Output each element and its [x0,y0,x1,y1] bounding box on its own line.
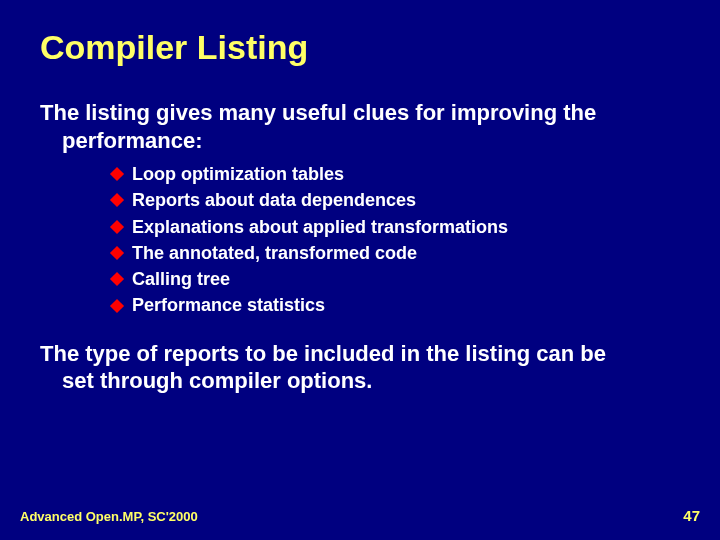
list-item: Calling tree [112,267,684,291]
intro-text: The listing gives many useful clues for … [40,99,684,154]
diamond-icon [110,220,124,234]
list-item: Explanations about applied transformatio… [112,215,684,239]
bullet-list: Loop optimization tables Reports about d… [112,162,684,318]
bullet-text: The annotated, transformed code [132,241,417,265]
page-number: 47 [683,507,700,524]
intro-line-2: performance: [40,127,684,155]
diamond-icon [110,246,124,260]
slide: Compiler Listing The listing gives many … [0,0,720,540]
diamond-icon [110,299,124,313]
bullet-text: Explanations about applied transformatio… [132,215,508,239]
closing-line-2: set through compiler options. [40,367,684,395]
diamond-icon [110,167,124,181]
closing-text: The type of reports to be included in th… [40,340,684,395]
diamond-icon [110,193,124,207]
bullet-text: Performance statistics [132,293,325,317]
list-item: The annotated, transformed code [112,241,684,265]
bullet-text: Reports about data dependences [132,188,416,212]
diamond-icon [110,272,124,286]
list-item: Reports about data dependences [112,188,684,212]
list-item: Loop optimization tables [112,162,684,186]
bullet-text: Calling tree [132,267,230,291]
bullet-text: Loop optimization tables [132,162,344,186]
slide-title: Compiler Listing [40,28,684,67]
intro-line-1: The listing gives many useful clues for … [40,100,596,125]
closing-line-1: The type of reports to be included in th… [40,341,606,366]
footer-left: Advanced Open.MP, SC'2000 [20,509,198,524]
list-item: Performance statistics [112,293,684,317]
